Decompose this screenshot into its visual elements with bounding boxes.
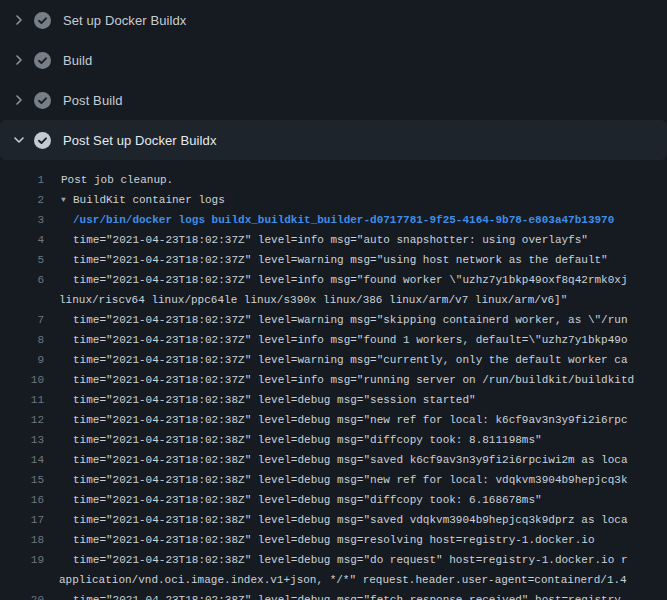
- log-line: 2▼BuildKit container logs: [0, 190, 667, 210]
- log-line: 7time="2021-04-23T18:02:37Z" level=warni…: [0, 310, 667, 330]
- line-number[interactable]: 14: [0, 450, 44, 470]
- log-line: 12time="2021-04-23T18:02:38Z" level=debu…: [0, 410, 667, 430]
- log-line: 11time="2021-04-23T18:02:38Z" level=debu…: [0, 390, 667, 410]
- log-line: 19time="2021-04-23T18:02:38Z" level=debu…: [0, 550, 667, 570]
- step-row-setup-docker-buildx[interactable]: Set up Docker Buildx: [0, 0, 667, 40]
- step-row-post-setup-docker-buildx[interactable]: Post Set up Docker Buildx: [0, 120, 667, 160]
- step-label: Post Build: [63, 93, 123, 108]
- line-number[interactable]: 3: [0, 210, 44, 230]
- log-line: 16time="2021-04-23T18:02:38Z" level=debu…: [0, 490, 667, 510]
- log-text: time="2021-04-23T18:02:38Z" level=debug …: [44, 510, 628, 530]
- log-line: 20time="2021-04-23T18:02:38Z" level=debu…: [0, 590, 667, 600]
- line-number[interactable]: 1: [0, 170, 44, 190]
- line-number[interactable]: 10: [0, 370, 44, 390]
- success-check-icon: [34, 52, 51, 69]
- log-line: 1Post job cleanup.: [0, 170, 667, 190]
- log-text: time="2021-04-23T18:02:37Z" level=info m…: [44, 370, 634, 390]
- log-text: time="2021-04-23T18:02:38Z" level=debug …: [44, 530, 595, 550]
- line-number: [0, 290, 44, 310]
- line-number[interactable]: 13: [0, 430, 44, 450]
- log-text: linux/riscv64 linux/ppc64le linux/s390x …: [44, 290, 567, 310]
- log-text: Post job cleanup.: [44, 170, 173, 190]
- line-number[interactable]: 19: [0, 550, 44, 570]
- success-check-icon: [34, 12, 51, 29]
- log-text: time="2021-04-23T18:02:38Z" level=debug …: [44, 490, 542, 510]
- log-text: time="2021-04-23T18:02:37Z" level=warnin…: [44, 350, 628, 370]
- line-number[interactable]: 4: [0, 230, 44, 250]
- log-text: time="2021-04-23T18:02:38Z" level=debug …: [44, 550, 628, 570]
- log-line: 5time="2021-04-23T18:02:37Z" level=warni…: [0, 250, 667, 270]
- line-number[interactable]: 2: [0, 190, 44, 210]
- line-number[interactable]: 20: [0, 590, 44, 600]
- line-number[interactable]: 15: [0, 470, 44, 490]
- log-line: 14time="2021-04-23T18:02:38Z" level=debu…: [0, 450, 667, 470]
- step-label: Build: [63, 53, 92, 68]
- line-number[interactable]: 5: [0, 250, 44, 270]
- log-line: 8time="2021-04-23T18:02:37Z" level=info …: [0, 330, 667, 350]
- line-number[interactable]: 9: [0, 350, 44, 370]
- log-text: time="2021-04-23T18:02:38Z" level=debug …: [44, 430, 542, 450]
- line-number[interactable]: 16: [0, 490, 44, 510]
- line-number[interactable]: 8: [0, 330, 44, 350]
- log-text: time="2021-04-23T18:02:38Z" level=debug …: [44, 590, 628, 600]
- log-text: time="2021-04-23T18:02:38Z" level=debug …: [44, 470, 628, 490]
- log-line: 6time="2021-04-23T18:02:37Z" level=info …: [0, 270, 667, 290]
- log-text: time="2021-04-23T18:02:37Z" level=info m…: [44, 230, 588, 250]
- step-row-build[interactable]: Build: [0, 40, 667, 80]
- log-line: linux/riscv64 linux/ppc64le linux/s390x …: [0, 290, 667, 310]
- line-number[interactable]: 11: [0, 390, 44, 410]
- log-line: 17time="2021-04-23T18:02:38Z" level=debu…: [0, 510, 667, 530]
- step-row-post-build[interactable]: Post Build: [0, 80, 667, 120]
- log-text: time="2021-04-23T18:02:38Z" level=debug …: [44, 450, 628, 470]
- group-collapse-caret-icon[interactable]: ▼: [61, 190, 73, 210]
- chevron-right-icon: [12, 12, 26, 28]
- line-number[interactable]: 6: [0, 270, 44, 290]
- log-line: 13time="2021-04-23T18:02:38Z" level=debu…: [0, 430, 667, 450]
- success-check-icon: [34, 92, 51, 109]
- log-line: 18time="2021-04-23T18:02:38Z" level=debu…: [0, 530, 667, 550]
- log-line: 15time="2021-04-23T18:02:38Z" level=debu…: [0, 470, 667, 490]
- line-number[interactable]: 7: [0, 310, 44, 330]
- chevron-right-icon: [12, 52, 26, 68]
- chevron-down-icon: [12, 132, 26, 148]
- line-number[interactable]: 12: [0, 410, 44, 430]
- step-label: Set up Docker Buildx: [63, 13, 186, 28]
- log-line: 10time="2021-04-23T18:02:37Z" level=info…: [0, 370, 667, 390]
- log-text: time="2021-04-23T18:02:37Z" level=warnin…: [44, 310, 628, 330]
- log-line: 9time="2021-04-23T18:02:37Z" level=warni…: [0, 350, 667, 370]
- log-text: time="2021-04-23T18:02:38Z" level=debug …: [44, 390, 476, 410]
- line-number[interactable]: 17: [0, 510, 44, 530]
- line-number[interactable]: 18: [0, 530, 44, 550]
- log-panel: 1Post job cleanup.2▼BuildKit container l…: [0, 160, 667, 600]
- log-text: application/vnd.oci.image.index.v1+json,…: [44, 570, 627, 590]
- log-line: 4time="2021-04-23T18:02:37Z" level=info …: [0, 230, 667, 250]
- log-command-text: /usr/bin/docker logs buildx_buildkit_bui…: [44, 210, 614, 230]
- log-line: 3/usr/bin/docker logs buildx_buildkit_bu…: [0, 210, 667, 230]
- line-number: [0, 570, 44, 590]
- success-check-icon: [34, 132, 51, 149]
- log-line: application/vnd.oci.image.index.v1+json,…: [0, 570, 667, 590]
- log-text[interactable]: ▼BuildKit container logs: [44, 190, 225, 210]
- chevron-right-icon: [12, 92, 26, 108]
- log-text: time="2021-04-23T18:02:37Z" level=warnin…: [44, 250, 608, 270]
- step-label: Post Set up Docker Buildx: [63, 133, 217, 148]
- log-text: time="2021-04-23T18:02:37Z" level=info m…: [44, 330, 628, 350]
- log-text: time="2021-04-23T18:02:37Z" level=info m…: [44, 270, 628, 290]
- log-text: time="2021-04-23T18:02:38Z" level=debug …: [44, 410, 628, 430]
